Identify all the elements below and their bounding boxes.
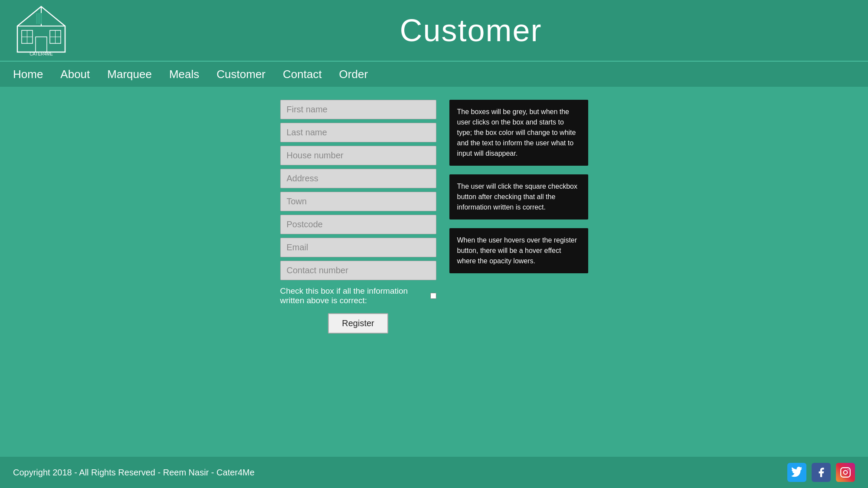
note-box-3: When the user hovers over the register b…: [449, 228, 588, 273]
checkbox-label: Check this box if all the information wr…: [280, 286, 428, 305]
svg-point-16: [848, 469, 848, 470]
house-number-input[interactable]: [280, 146, 436, 165]
note-box-1: The boxes will be grey, but when the use…: [449, 100, 588, 166]
instagram-icon[interactable]: [836, 463, 855, 482]
address-input[interactable]: [280, 169, 436, 188]
form-and-notes: Check this box if all the information wr…: [196, 100, 673, 334]
note-box-2: The user will click the square checkbox …: [449, 174, 588, 219]
social-icons: [787, 463, 855, 482]
postcode-input[interactable]: [280, 215, 436, 234]
header: CATER4ME Customer: [0, 0, 868, 61]
email-input[interactable]: [280, 238, 436, 257]
footer-text: Copyright 2018 - All Rights Reserved - R…: [13, 468, 255, 478]
nav-home[interactable]: Home: [13, 63, 43, 85]
nav-contact[interactable]: Contact: [283, 63, 322, 85]
svg-text:CATER4ME: CATER4ME: [29, 52, 53, 56]
svg-rect-9: [36, 37, 47, 52]
last-name-input[interactable]: [280, 123, 436, 142]
verify-checkbox[interactable]: [430, 291, 436, 300]
town-input[interactable]: [280, 192, 436, 211]
nav-customer[interactable]: Customer: [216, 63, 265, 85]
main-content: Check this box if all the information wr…: [0, 87, 868, 457]
registration-form: Check this box if all the information wr…: [280, 100, 436, 334]
svg-point-15: [844, 471, 848, 475]
navbar: Home About Marquee Meals Customer Contac…: [0, 61, 868, 87]
footer: Copyright 2018 - All Rights Reserved - R…: [0, 457, 868, 488]
register-button[interactable]: Register: [328, 313, 388, 334]
first-name-input[interactable]: [280, 100, 436, 119]
nav-about[interactable]: About: [60, 63, 90, 85]
notes-column: The boxes will be grey, but when the use…: [449, 100, 588, 273]
nav-meals[interactable]: Meals: [169, 63, 199, 85]
contact-number-input[interactable]: [280, 261, 436, 280]
checkbox-row: Check this box if all the information wr…: [280, 286, 436, 305]
site-title: Customer: [87, 13, 855, 48]
nav-marquee[interactable]: Marquee: [107, 63, 152, 85]
facebook-icon[interactable]: [812, 463, 831, 482]
logo-area: CATER4ME: [13, 4, 69, 56]
svg-rect-14: [841, 468, 850, 477]
twitter-icon[interactable]: [787, 463, 806, 482]
nav-order[interactable]: Order: [339, 63, 368, 85]
logo-icon: CATER4ME: [13, 4, 69, 56]
